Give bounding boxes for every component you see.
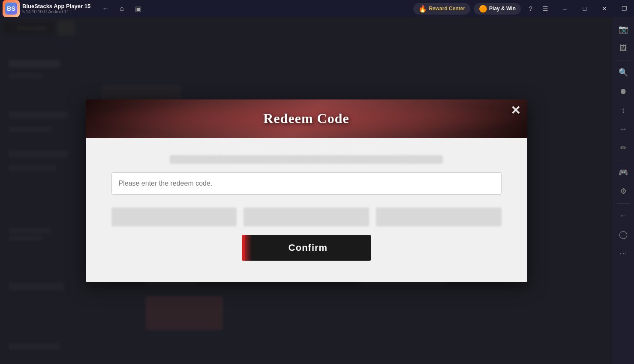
- sidebar-gamepad-icon[interactable]: 🎮: [615, 164, 632, 181]
- right-sidebar: 📷 🖼 🔍 ⏺ ↕ ↔ ✏ 🎮 ⚙ ← ◯ ⋯: [613, 17, 634, 364]
- sidebar-screenshot-icon[interactable]: 📷: [615, 21, 632, 38]
- titlebar-nav: ← ⌂ ▣: [99, 2, 144, 15]
- app-logo-inner: BS: [5, 3, 17, 15]
- redeem-code-input[interactable]: [111, 172, 502, 195]
- confirm-button-wrapper: Confirm: [111, 235, 502, 261]
- home-button[interactable]: ⌂: [115, 2, 128, 15]
- play-win-label: Play & Win: [489, 6, 516, 12]
- sidebar-settings-icon[interactable]: ⚙: [615, 183, 632, 200]
- blurred-row-1: [170, 155, 443, 164]
- modal-backdrop[interactable]: Redeem Code ✕: [0, 17, 613, 364]
- modal-close-button[interactable]: ✕: [511, 105, 520, 117]
- sidebar-divider-2: [617, 160, 630, 160]
- sidebar-more-icon[interactable]: ⋯: [615, 245, 632, 262]
- app-name-section: BlueStacks App Player 15 5.14.10.1007 An…: [22, 3, 90, 14]
- close-button[interactable]: ✕: [595, 0, 614, 17]
- blurred-button-2: [243, 208, 369, 226]
- app-logo: BS: [3, 0, 20, 17]
- blurred-button-3: [376, 208, 502, 226]
- play-win-button[interactable]: 🟠 Play & Win: [474, 3, 521, 15]
- tabs-button[interactable]: ▣: [132, 2, 144, 15]
- modal-body: Confirm: [86, 138, 527, 282]
- sidebar-home-icon[interactable]: ◯: [615, 226, 632, 243]
- blurred-button-1: [111, 208, 237, 226]
- titlebar: BS BlueStacks App Player 15 5.14.10.1007…: [0, 0, 634, 17]
- sidebar-resize-v-icon[interactable]: ↕: [615, 102, 632, 119]
- sidebar-divider-3: [617, 203, 630, 204]
- redeem-input-wrapper: [111, 172, 502, 195]
- reward-center-label: Reward Center: [429, 6, 465, 12]
- sidebar-record-icon[interactable]: ⏺: [615, 83, 632, 100]
- confirm-btn-label: Confirm: [245, 242, 371, 253]
- blurred-buttons-row: [111, 208, 502, 226]
- confirm-button[interactable]: Confirm: [242, 235, 371, 261]
- reward-icon: 🔥: [418, 5, 427, 13]
- modal-header: Redeem Code ✕: [86, 99, 527, 138]
- help-button[interactable]: ?: [524, 2, 537, 15]
- minimize-button[interactable]: –: [555, 0, 575, 17]
- confirm-btn-accent: [242, 235, 245, 261]
- app-title: BlueStacks App Player 15: [22, 3, 90, 9]
- app-version: 5.14.10.1007 Android 11: [22, 9, 90, 14]
- play-icon: 🟠: [479, 5, 487, 13]
- sidebar-back-icon[interactable]: ←: [615, 207, 632, 224]
- sidebar-divider-1: [617, 60, 630, 60]
- reward-center-button[interactable]: 🔥 Reward Center: [413, 3, 470, 15]
- redeem-code-modal: Redeem Code ✕: [86, 99, 527, 282]
- sidebar-edit-icon[interactable]: ✏: [615, 139, 632, 156]
- sidebar-resize-h-icon[interactable]: ↔: [615, 120, 632, 138]
- hamburger-button[interactable]: ☰: [539, 2, 552, 15]
- sidebar-media-icon[interactable]: 🖼: [615, 39, 632, 57]
- sidebar-zoom-icon[interactable]: 🔍: [615, 64, 632, 81]
- window-controls: – □ ✕ ❐: [555, 0, 634, 17]
- titlebar-actions: ? ☰: [524, 2, 552, 15]
- restore-button[interactable]: ❐: [614, 0, 634, 17]
- modal-title: Redeem Code: [263, 111, 349, 126]
- main-content: ← Personalize Redeem Code ✕: [0, 17, 613, 364]
- back-button[interactable]: ←: [99, 2, 112, 15]
- maximize-button[interactable]: □: [575, 0, 595, 17]
